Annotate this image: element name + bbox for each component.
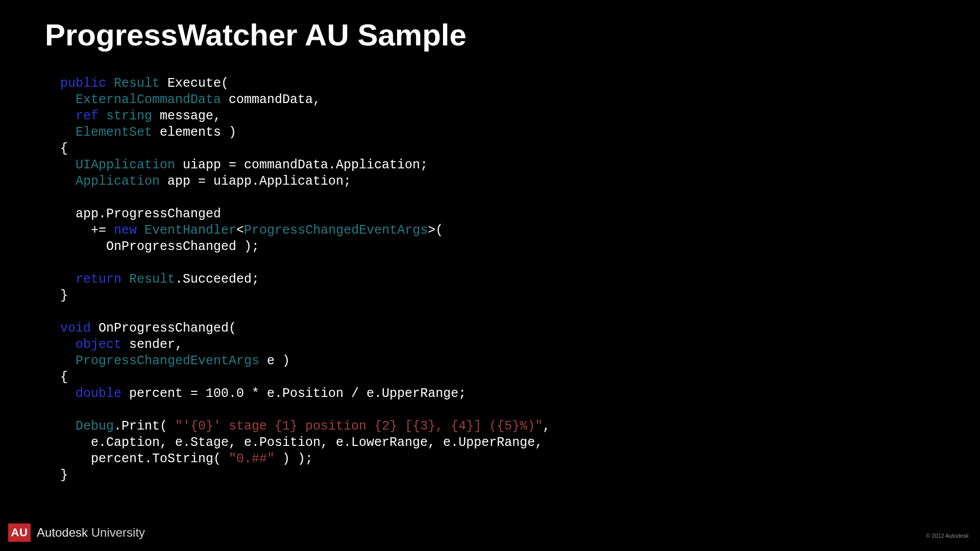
code-token: < [236,223,244,238]
code-token: ProgressChangedEventArgs [244,223,428,238]
code-token: , [543,419,550,434]
code-token: Result [106,76,160,91]
code-token [60,109,76,123]
code-block: public Result Execute( ExternalCommandDa… [60,76,550,484]
code-token: Debug [76,419,114,434]
code-token: public [60,76,106,91]
code-token: double [76,386,121,401]
code-token: e.Caption, e.Stage, e.Position, e.LowerR… [60,435,543,450]
footer-brand-light: University [88,525,145,539]
code-token: } [60,288,68,303]
code-token: new [114,223,137,238]
code-token: Execute( [160,76,229,91]
slide: ProgressWatcher AU Sample public Result … [0,0,980,551]
code-token: app = uiapp.Application; [160,174,351,189]
code-token: return [76,272,121,287]
code-token: >( [428,223,443,238]
code-token: percent.ToString( [60,452,229,466]
code-token: OnProgressChanged ); [60,239,259,254]
code-token: string [99,109,152,123]
code-token [60,272,76,287]
code-token: Application [60,174,160,189]
code-token [60,337,76,352]
footer: AU Autodesk University [8,523,145,542]
code-token: Result [121,272,175,287]
code-token: ProgressChangedEventArgs [60,354,259,368]
code-token: ref [76,109,99,123]
slide-title: ProgressWatcher AU Sample [45,17,467,53]
code-token: app.ProgressChanged [60,207,221,221]
code-token: message, [152,109,221,123]
code-token: object [76,337,121,352]
code-token: e ) [259,354,290,368]
code-token: "'{0}' stage {1} position {2} [{3}, {4}]… [175,419,543,434]
code-token: sender, [121,337,183,352]
code-token: { [60,370,68,385]
code-token: ) ); [275,452,313,466]
code-token: } [60,468,68,483]
code-token: uiapp = commandData.Application; [175,158,428,172]
code-token [60,419,76,434]
code-token: "0.##" [229,452,275,466]
copyright: © 2012 Autodesk [926,533,969,539]
code-token: OnProgressChanged( [91,321,236,336]
code-token: percent = 100.0 * e.Position / e.UpperRa… [121,386,466,401]
code-token: .Print( [114,419,175,434]
code-token: commandData, [221,92,321,107]
code-token [60,386,76,401]
code-token: elements ) [152,125,236,140]
code-token: UIApplication [60,158,175,172]
code-token: ExternalCommandData [60,92,221,107]
footer-brand-bold: Autodesk [37,525,88,539]
code-token: EventHandler [137,223,236,238]
code-token: { [60,141,68,156]
footer-brand: Autodesk University [37,525,145,540]
code-token: += [60,223,114,238]
code-token: void [60,321,91,336]
code-token: ElementSet [60,125,152,140]
code-token: .Succeeded; [175,272,259,287]
au-logo-icon: AU [8,523,31,542]
